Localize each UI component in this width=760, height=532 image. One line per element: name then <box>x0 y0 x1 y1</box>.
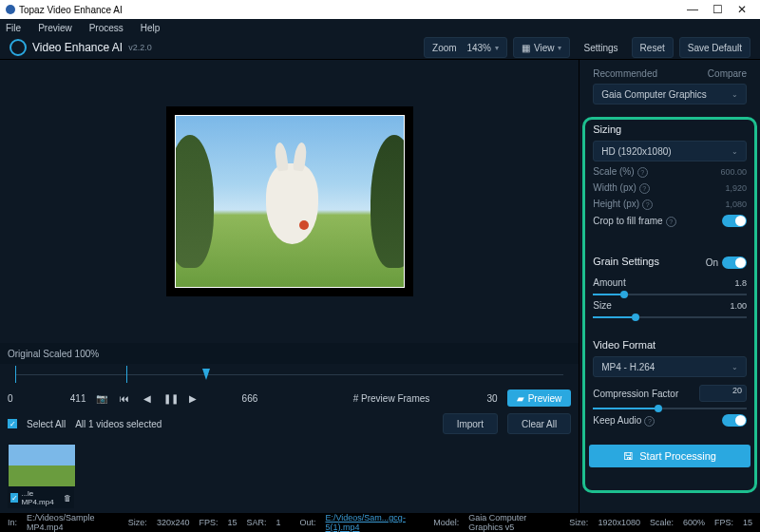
menu-help[interactable]: Help <box>141 23 161 33</box>
status-in: E:/Videos/Sample MP4.mp4 <box>27 513 119 532</box>
width-label: Width (px)? <box>593 182 650 194</box>
sizing-preset-select[interactable]: HD (1920x1080)⌄ <box>593 141 747 162</box>
minimize-button[interactable]: — <box>680 3 705 16</box>
preview-frames-value: 30 <box>487 393 498 404</box>
app-version: v2.2.0 <box>128 43 152 52</box>
video-list: ✓...le MP4.mp4🗑 <box>0 438 579 514</box>
next-frame-icon[interactable]: ▶ <box>186 393 200 404</box>
camera-icon[interactable]: 📷 <box>95 393 108 404</box>
video-thumbnail <box>8 444 76 487</box>
amount-slider[interactable] <box>593 294 747 295</box>
video-checkbox[interactable]: ✓ <box>10 493 18 503</box>
video-card[interactable]: ✓...le MP4.mp4🗑 <box>8 444 74 508</box>
settings-label: Settings <box>583 43 618 53</box>
clear-all-button[interactable]: Clear All <box>507 413 571 434</box>
grain-title: Grain Settings <box>593 256 659 267</box>
keep-audio-toggle[interactable] <box>722 414 747 427</box>
chevron-down-icon: ⌄ <box>732 90 738 99</box>
amount-value: 1.8 <box>734 278 747 288</box>
app-ring-icon <box>10 39 27 56</box>
timeline[interactable] <box>8 366 571 385</box>
chevron-down-icon: ⌄ <box>732 147 738 156</box>
reset-button[interactable]: Reset <box>632 37 674 58</box>
compression-slider[interactable] <box>593 408 747 409</box>
app-name: Video Enhance AI <box>32 41 123 54</box>
video-filename: ...le MP4.mp4 <box>21 489 61 506</box>
preview-panel: Original Scaled 100% 0 411 📷 ⏮ ◀ ❚❚ ▶ 66… <box>0 60 580 514</box>
playback-controls: 0 411 📷 ⏮ ◀ ❚❚ ▶ 666 # Preview Frames 30… <box>0 387 579 409</box>
compression-input[interactable]: 20 <box>699 385 747 402</box>
window-title: Topaz Video Enhance AI <box>19 5 123 15</box>
maximize-button[interactable]: ☐ <box>705 3 730 16</box>
chevron-down-icon: ▾ <box>495 44 499 52</box>
status-out-link[interactable]: E:/Videos/Sam...gcg-5(1).mp4 <box>326 513 425 532</box>
amount-label: Amount <box>593 277 625 288</box>
header: Video Enhance AI v2.2.0 Zoom 143%▾ ▦View… <box>0 36 760 60</box>
import-button[interactable]: Import <box>443 413 498 434</box>
status-bar: In:E:/Videos/Sample MP4.mp4 Size:320x240… <box>0 513 760 532</box>
keep-audio-label: Keep Audio? <box>593 415 655 427</box>
model-select[interactable]: Gaia Computer Graphics⌄ <box>593 84 747 104</box>
scale-value: 600.00 <box>720 167 747 177</box>
selection-row: ✓ Select All All 1 videos selected Impor… <box>0 409 579 438</box>
frame-current: 411 <box>70 393 86 404</box>
video-canvas[interactable] <box>0 60 579 343</box>
codec-select[interactable]: MP4 - H.264⌄ <box>593 356 747 377</box>
trash-icon[interactable]: 🗑 <box>64 494 71 503</box>
view-control[interactable]: ▦View▾ <box>513 37 571 58</box>
close-button[interactable]: ✕ <box>730 3 754 16</box>
zoom-control[interactable]: Zoom 143%▾ <box>424 37 507 58</box>
menu-file[interactable]: File <box>6 23 21 33</box>
help-icon[interactable]: ? <box>644 416 655 427</box>
compression-label: Compression Factor <box>593 389 678 399</box>
preview-button[interactable]: ▰Preview <box>507 390 572 407</box>
crop-toggle[interactable] <box>722 215 747 227</box>
chevron-down-icon: ⌄ <box>732 363 738 371</box>
menu-preview[interactable]: Preview <box>38 23 72 33</box>
crop-label: Crop to fill frame? <box>593 216 675 227</box>
select-all-label[interactable]: Select All <box>27 419 66 429</box>
height-value: 1,080 <box>725 200 747 209</box>
recommended-label: Recommended <box>593 68 657 79</box>
preview-frames-label: # Preview Frames <box>353 393 430 404</box>
prev-frame-icon[interactable]: ◀ <box>141 393 154 404</box>
pause-icon[interactable]: ❚❚ <box>163 393 177 404</box>
frame-end: 666 <box>242 393 258 404</box>
camera-icon: ▰ <box>517 393 524 404</box>
scale-label: Original Scaled 100% <box>8 349 99 359</box>
menu-process[interactable]: Process <box>89 23 124 33</box>
scale-label: Scale (%)? <box>593 166 647 178</box>
select-all-checkbox[interactable]: ✓ <box>8 419 17 428</box>
help-icon[interactable]: ? <box>642 200 653 210</box>
grid-icon: ▦ <box>522 43 530 53</box>
size-slider[interactable] <box>593 316 747 318</box>
settings-panel: RecommendedCompare Gaia Computer Graphic… <box>580 60 760 514</box>
width-value: 1,920 <box>725 183 747 193</box>
size-label: Size <box>593 300 611 311</box>
grain-toggle[interactable] <box>722 256 747 269</box>
help-icon[interactable]: ? <box>666 217 676 227</box>
format-title: Video Format <box>593 339 747 351</box>
start-processing-button[interactable]: 🖫Start Processing <box>589 445 750 467</box>
titlebar: Topaz Video Enhance AI — ☐ ✕ <box>0 0 760 19</box>
menu-bar: File Preview Process Help <box>0 19 760 36</box>
selection-count: All 1 videos selected <box>75 419 162 429</box>
frame-start: 0 <box>8 393 13 404</box>
save-icon: 🖫 <box>623 450 634 462</box>
chevron-down-icon: ▾ <box>558 44 561 52</box>
skip-back-icon[interactable]: ⏮ <box>118 393 131 404</box>
sizing-title: Sizing <box>593 124 747 135</box>
compare-label[interactable]: Compare <box>708 68 747 79</box>
help-icon[interactable]: ? <box>639 183 650 194</box>
size-value: 1.00 <box>730 301 747 311</box>
save-default-button[interactable]: Save Default <box>679 37 750 58</box>
help-icon[interactable]: ? <box>637 167 648 178</box>
video-frame <box>175 115 405 288</box>
app-logo-icon <box>6 5 15 14</box>
height-label: Height (px)? <box>593 199 653 210</box>
